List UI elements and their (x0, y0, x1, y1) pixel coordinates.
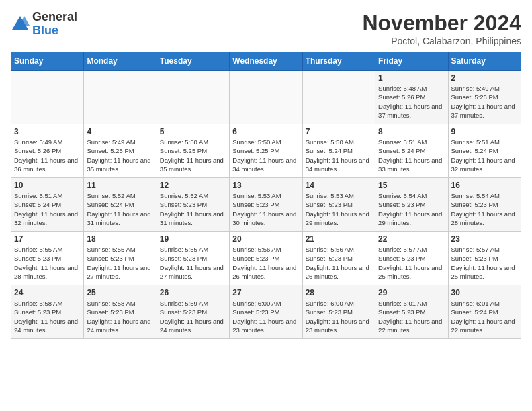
calendar-cell: 23Sunrise: 5:57 AM Sunset: 5:23 PM Dayli… (448, 232, 521, 285)
day-info: Sunrise: 5:49 AM Sunset: 5:26 PM Dayligh… (451, 84, 518, 120)
day-info: Sunrise: 5:50 AM Sunset: 5:25 PM Dayligh… (160, 138, 226, 173)
day-number: 19 (160, 234, 226, 244)
day-number: 13 (232, 181, 299, 190)
calendar-cell: 27Sunrise: 6:00 AM Sunset: 5:23 PM Dayli… (230, 285, 302, 339)
calendar-cell: 28Sunrise: 6:00 AM Sunset: 5:23 PM Dayli… (302, 285, 375, 339)
day-info: Sunrise: 5:57 AM Sunset: 5:23 PM Dayligh… (451, 245, 518, 281)
calendar-cell: 11Sunrise: 5:52 AM Sunset: 5:24 PM Dayli… (84, 178, 157, 232)
calendar-week-row: 1Sunrise: 5:48 AM Sunset: 5:26 PM Daylig… (11, 71, 521, 124)
weekday-header-row: SundayMondayTuesdayWednesdayThursdayFrid… (11, 52, 521, 71)
title-block: November 2024 Poctol, Calabarzon, Philip… (362, 11, 521, 46)
calendar-cell: 19Sunrise: 5:55 AM Sunset: 5:23 PM Dayli… (157, 232, 229, 285)
calendar-cell: 18Sunrise: 5:55 AM Sunset: 5:23 PM Dayli… (84, 232, 157, 285)
calendar-cell: 4Sunrise: 5:49 AM Sunset: 5:25 PM Daylig… (84, 124, 157, 178)
day-number: 17 (14, 234, 81, 244)
calendar-cell (157, 71, 229, 124)
day-info: Sunrise: 5:51 AM Sunset: 5:24 PM Dayligh… (14, 191, 81, 227)
day-number: 5 (160, 127, 226, 136)
page-header: General Blue November 2024 Poctol, Calab… (11, 11, 521, 46)
day-info: Sunrise: 5:56 AM Sunset: 5:23 PM Dayligh… (232, 245, 299, 281)
weekday-header: Thursday (302, 52, 375, 71)
day-info: Sunrise: 6:01 AM Sunset: 5:24 PM Dayligh… (451, 299, 518, 334)
day-info: Sunrise: 5:54 AM Sunset: 5:23 PM Dayligh… (451, 191, 518, 227)
day-info: Sunrise: 5:52 AM Sunset: 5:23 PM Dayligh… (160, 191, 226, 227)
day-info: Sunrise: 6:01 AM Sunset: 5:23 PM Dayligh… (378, 299, 445, 334)
calendar-cell: 2Sunrise: 5:49 AM Sunset: 5:26 PM Daylig… (448, 71, 521, 124)
logo-general: General (32, 10, 77, 24)
day-info: Sunrise: 6:00 AM Sunset: 5:23 PM Dayligh… (232, 299, 299, 334)
day-number: 21 (306, 234, 372, 244)
day-info: Sunrise: 5:50 AM Sunset: 5:25 PM Dayligh… (232, 138, 299, 173)
day-number: 10 (14, 181, 81, 190)
day-number: 15 (378, 181, 445, 190)
day-info: Sunrise: 5:55 AM Sunset: 5:23 PM Dayligh… (14, 245, 81, 281)
day-number: 30 (451, 288, 518, 298)
calendar-cell (84, 71, 157, 124)
calendar-week-row: 17Sunrise: 5:55 AM Sunset: 5:23 PM Dayli… (11, 232, 521, 285)
logo-text: General Blue (32, 11, 77, 38)
day-info: Sunrise: 5:58 AM Sunset: 5:23 PM Dayligh… (14, 299, 81, 334)
calendar-cell: 12Sunrise: 5:52 AM Sunset: 5:23 PM Dayli… (157, 178, 229, 232)
day-info: Sunrise: 5:49 AM Sunset: 5:25 PM Dayligh… (87, 138, 153, 173)
day-info: Sunrise: 5:53 AM Sunset: 5:23 PM Dayligh… (306, 191, 372, 227)
day-number: 28 (306, 288, 372, 298)
day-info: Sunrise: 5:51 AM Sunset: 5:24 PM Dayligh… (378, 138, 445, 173)
calendar-cell: 24Sunrise: 5:58 AM Sunset: 5:23 PM Dayli… (11, 285, 84, 339)
calendar-cell: 7Sunrise: 5:50 AM Sunset: 5:24 PM Daylig… (302, 124, 375, 178)
calendar-cell: 15Sunrise: 5:54 AM Sunset: 5:23 PM Dayli… (375, 178, 448, 232)
day-number: 20 (232, 234, 299, 244)
day-number: 4 (87, 127, 153, 136)
calendar-cell: 5Sunrise: 5:50 AM Sunset: 5:25 PM Daylig… (157, 124, 229, 178)
calendar-cell: 10Sunrise: 5:51 AM Sunset: 5:24 PM Dayli… (11, 178, 84, 232)
calendar-cell: 13Sunrise: 5:53 AM Sunset: 5:23 PM Dayli… (230, 178, 302, 232)
day-info: Sunrise: 5:56 AM Sunset: 5:23 PM Dayligh… (306, 245, 372, 281)
calendar-cell: 25Sunrise: 5:58 AM Sunset: 5:23 PM Dayli… (84, 285, 157, 339)
calendar-cell: 16Sunrise: 5:54 AM Sunset: 5:23 PM Dayli… (448, 178, 521, 232)
logo: General Blue (11, 11, 77, 38)
day-number: 3 (14, 127, 81, 136)
day-number: 23 (451, 234, 518, 244)
day-number: 6 (232, 127, 299, 136)
day-number: 11 (87, 181, 153, 190)
day-info: Sunrise: 5:50 AM Sunset: 5:24 PM Dayligh… (306, 138, 372, 173)
weekday-header: Tuesday (157, 52, 229, 71)
logo-blue: Blue (32, 24, 58, 37)
day-number: 12 (160, 181, 226, 190)
day-number: 24 (14, 288, 81, 298)
calendar-week-row: 3Sunrise: 5:49 AM Sunset: 5:26 PM Daylig… (11, 124, 521, 178)
day-info: Sunrise: 5:52 AM Sunset: 5:24 PM Dayligh… (87, 191, 153, 227)
day-info: Sunrise: 5:54 AM Sunset: 5:23 PM Dayligh… (378, 191, 445, 227)
day-number: 29 (378, 288, 445, 298)
day-info: Sunrise: 5:48 AM Sunset: 5:26 PM Dayligh… (378, 84, 445, 120)
weekday-header: Sunday (11, 52, 84, 71)
day-number: 18 (87, 234, 153, 244)
calendar-week-row: 10Sunrise: 5:51 AM Sunset: 5:24 PM Dayli… (11, 178, 521, 232)
calendar-cell: 20Sunrise: 5:56 AM Sunset: 5:23 PM Dayli… (230, 232, 302, 285)
day-number: 25 (87, 288, 153, 298)
day-info: Sunrise: 6:00 AM Sunset: 5:23 PM Dayligh… (306, 299, 372, 334)
day-info: Sunrise: 5:53 AM Sunset: 5:23 PM Dayligh… (232, 191, 299, 227)
calendar-week-row: 24Sunrise: 5:58 AM Sunset: 5:23 PM Dayli… (11, 285, 521, 339)
calendar-cell (302, 71, 375, 124)
day-number: 16 (451, 181, 518, 190)
day-number: 14 (306, 181, 372, 190)
logo-icon (11, 15, 30, 34)
calendar-cell: 26Sunrise: 5:59 AM Sunset: 5:23 PM Dayli… (157, 285, 229, 339)
weekday-header: Monday (84, 52, 157, 71)
calendar-cell: 8Sunrise: 5:51 AM Sunset: 5:24 PM Daylig… (375, 124, 448, 178)
calendar-cell: 14Sunrise: 5:53 AM Sunset: 5:23 PM Dayli… (302, 178, 375, 232)
calendar-cell (230, 71, 302, 124)
calendar-cell: 21Sunrise: 5:56 AM Sunset: 5:23 PM Dayli… (302, 232, 375, 285)
calendar-cell: 17Sunrise: 5:55 AM Sunset: 5:23 PM Dayli… (11, 232, 84, 285)
weekday-header: Wednesday (230, 52, 302, 71)
day-info: Sunrise: 5:57 AM Sunset: 5:23 PM Dayligh… (378, 245, 445, 281)
day-number: 27 (232, 288, 299, 298)
calendar-cell: 9Sunrise: 5:51 AM Sunset: 5:24 PM Daylig… (448, 124, 521, 178)
calendar-cell: 6Sunrise: 5:50 AM Sunset: 5:25 PM Daylig… (230, 124, 302, 178)
weekday-header: Friday (375, 52, 448, 71)
day-number: 8 (378, 127, 445, 136)
calendar-cell: 22Sunrise: 5:57 AM Sunset: 5:23 PM Dayli… (375, 232, 448, 285)
day-info: Sunrise: 5:55 AM Sunset: 5:23 PM Dayligh… (160, 245, 226, 281)
day-info: Sunrise: 5:58 AM Sunset: 5:23 PM Dayligh… (87, 299, 153, 334)
day-number: 9 (451, 127, 518, 136)
